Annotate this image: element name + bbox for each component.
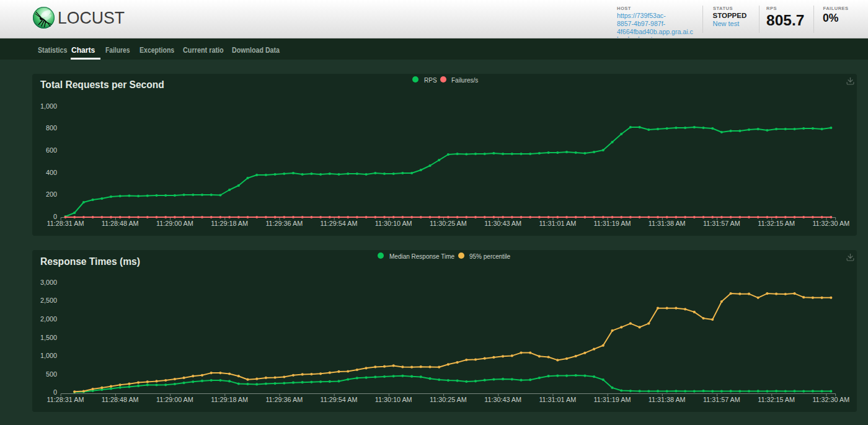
svg-text:11:32:15 AM: 11:32:15 AM — [758, 220, 795, 227]
svg-text:11:29:18 AM: 11:29:18 AM — [211, 396, 248, 403]
svg-text:11:28:48 AM: 11:28:48 AM — [102, 220, 139, 227]
svg-text:400: 400 — [46, 169, 57, 176]
svg-text:11:31:19 AM: 11:31:19 AM — [594, 396, 631, 403]
svg-text:11:28:48 AM: 11:28:48 AM — [102, 396, 139, 403]
svg-text:1,000: 1,000 — [40, 102, 57, 110]
svg-text:11:29:00 AM: 11:29:00 AM — [156, 396, 193, 403]
svg-text:11:30:25 AM: 11:30:25 AM — [430, 396, 467, 403]
svg-text:11:31:57 AM: 11:31:57 AM — [703, 220, 740, 227]
svg-text:1,500: 1,500 — [40, 334, 57, 341]
svg-text:11:31:01 AM: 11:31:01 AM — [539, 220, 576, 227]
svg-text:11:29:54 AM: 11:29:54 AM — [321, 220, 358, 227]
svg-text:500: 500 — [46, 370, 57, 378]
svg-text:11:31:38 AM: 11:31:38 AM — [649, 396, 686, 403]
svg-text:11:29:36 AM: 11:29:36 AM — [265, 396, 303, 403]
svg-text:11:32:30 AM: 11:32:30 AM — [812, 396, 849, 403]
svg-text:2,500: 2,500 — [40, 297, 57, 304]
svg-text:3,000: 3,000 — [40, 279, 57, 286]
svg-text:200: 200 — [46, 190, 57, 198]
svg-text:11:28:31 AM: 11:28:31 AM — [47, 396, 84, 403]
svg-text:11:31:01 AM: 11:31:01 AM — [539, 396, 576, 403]
svg-text:0: 0 — [53, 388, 57, 396]
svg-text:11:29:36 AM: 11:29:36 AM — [265, 220, 303, 227]
svg-text:11:30:43 AM: 11:30:43 AM — [484, 396, 521, 403]
svg-text:11:31:19 AM: 11:31:19 AM — [594, 220, 631, 227]
svg-text:11:32:15 AM: 11:32:15 AM — [758, 396, 795, 403]
svg-text:11:28:31 AM: 11:28:31 AM — [47, 220, 84, 227]
svg-text:11:30:43 AM: 11:30:43 AM — [484, 220, 521, 227]
svg-text:11:32:30 AM: 11:32:30 AM — [812, 220, 849, 227]
svg-text:11:31:57 AM: 11:31:57 AM — [703, 396, 740, 403]
svg-text:11:29:00 AM: 11:29:00 AM — [156, 220, 193, 227]
svg-text:11:29:54 AM: 11:29:54 AM — [321, 396, 358, 403]
svg-text:1,000: 1,000 — [40, 352, 57, 359]
svg-text:600: 600 — [46, 146, 57, 154]
svg-text:11:30:25 AM: 11:30:25 AM — [430, 220, 467, 227]
svg-text:11:31:38 AM: 11:31:38 AM — [649, 220, 686, 227]
svg-text:800: 800 — [46, 124, 57, 132]
svg-text:11:29:18 AM: 11:29:18 AM — [211, 220, 248, 227]
svg-text:11:30:10 AM: 11:30:10 AM — [375, 396, 412, 403]
svg-text:2,000: 2,000 — [40, 315, 57, 323]
svg-text:11:30:10 AM: 11:30:10 AM — [375, 220, 412, 227]
